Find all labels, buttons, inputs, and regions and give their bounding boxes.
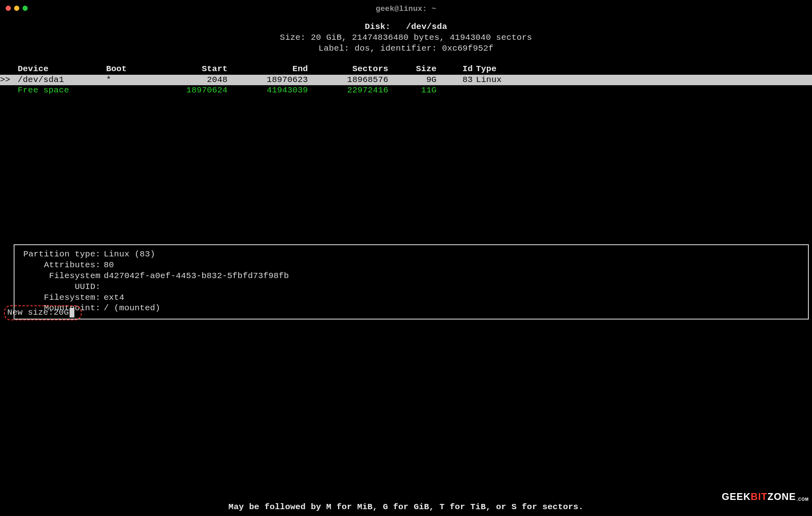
wm-b: BIT xyxy=(751,491,768,503)
table-row-free[interactable]: Free space 18970624 41943039 22972416 11… xyxy=(0,85,812,96)
partition-table: Device Boot Start End Sectors Size Id Ty… xyxy=(0,64,812,96)
new-size-prompt[interactable]: New size: 20G xyxy=(4,305,82,320)
disk-size-line: Size: 20 GiB, 21474836480 bytes, 4194304… xyxy=(0,33,812,43)
info-attrs-label: Attributes: xyxy=(19,260,104,271)
table-row-sda1[interactable]: >> /dev/sda1 * 2048 18970623 18968576 9G… xyxy=(0,75,812,86)
wm-a: GEEK xyxy=(722,491,751,503)
close-icon[interactable] xyxy=(6,6,11,11)
cell-sectors: 22972416 xyxy=(315,85,396,96)
table-header: Device Boot Start End Sectors Size Id Ty… xyxy=(0,64,812,75)
traffic-lights xyxy=(6,6,28,11)
col-size: Size xyxy=(396,64,444,75)
cell-sectors: 18968576 xyxy=(315,75,396,86)
col-device: Device xyxy=(18,64,106,75)
info-uuid-value: d427042f-a0ef-4453-b832-5fbfd73f98fb xyxy=(104,271,803,293)
col-start: Start xyxy=(154,64,235,75)
titlebar: geek@linux: ~ xyxy=(0,0,812,18)
info-attrs-value: 80 xyxy=(104,260,803,271)
col-type: Type xyxy=(473,64,812,75)
cell-start: 18970624 xyxy=(154,85,235,96)
cell-size: 9G xyxy=(396,75,444,86)
cell-type: Linux xyxy=(473,75,812,86)
zoom-icon[interactable] xyxy=(23,6,28,11)
cell-end: 18970623 xyxy=(235,75,315,86)
disk-label-line: Label: dos, identifier: 0xc69f952f xyxy=(0,43,812,54)
terminal-window: geek@linux: ~ Disk: /dev/sda Size: 20 Gi… xyxy=(0,0,812,516)
cfdisk-header: Disk: /dev/sda Size: 20 GiB, 21474836480… xyxy=(0,22,812,54)
watermark-logo: GEEK BIT ZONE .COM xyxy=(722,491,809,503)
selection-marker-icon: >> xyxy=(0,75,18,86)
wm-d: .COM xyxy=(797,497,809,502)
disk-label: Disk: xyxy=(365,22,391,31)
info-fs-value: ext4 xyxy=(104,293,803,303)
disk-path: /dev/sda xyxy=(406,22,447,31)
cell-end: 41943039 xyxy=(235,85,315,96)
col-boot: Boot xyxy=(106,64,154,75)
hint-text: May be followed by M for MiB, G for GiB,… xyxy=(0,502,812,513)
text-cursor-icon xyxy=(70,308,74,317)
cell-start: 2048 xyxy=(154,75,235,86)
info-ptype-value: Linux (83) xyxy=(104,249,803,260)
cell-size: 11G xyxy=(396,85,444,96)
cell-device: /dev/sda1 xyxy=(18,75,106,86)
col-id: Id xyxy=(444,64,473,75)
col-sectors: Sectors xyxy=(315,64,396,75)
info-fs-label: Filesystem: xyxy=(19,293,104,303)
cell-device: Free space xyxy=(18,85,106,96)
minimize-icon[interactable] xyxy=(14,6,19,11)
cell-boot: * xyxy=(106,75,154,86)
wm-c: ZONE xyxy=(767,491,796,503)
partition-info-box: Partition type: Linux (83) Attributes: 8… xyxy=(14,244,809,319)
new-size-label: New size: xyxy=(7,307,53,318)
new-size-value[interactable]: 20G xyxy=(53,307,69,318)
cell-id: 83 xyxy=(444,75,473,86)
info-mp-value: / (mounted) xyxy=(104,303,803,314)
window-title: geek@linux: ~ xyxy=(376,4,437,14)
col-end: End xyxy=(235,64,315,75)
info-uuid-label: Filesystem UUID: xyxy=(19,271,104,293)
info-ptype-label: Partition type: xyxy=(19,249,104,260)
